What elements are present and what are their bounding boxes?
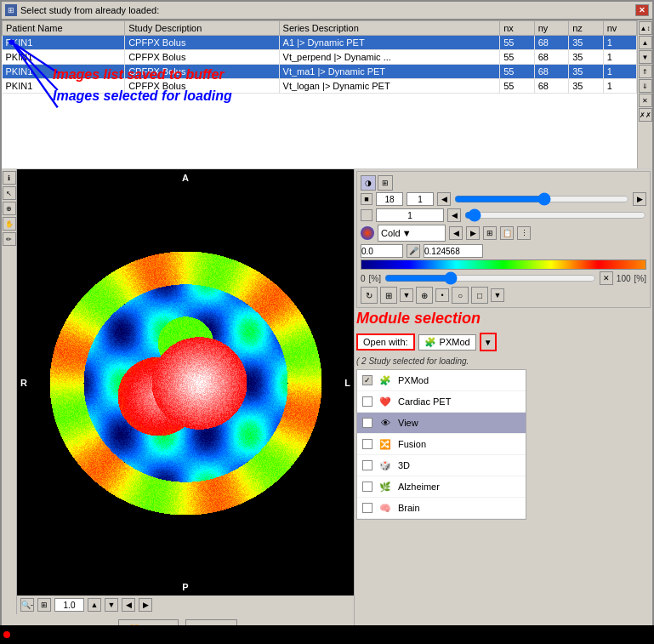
more-btn[interactable]: ▼ bbox=[400, 288, 413, 302]
col-ny: ny bbox=[534, 21, 568, 36]
frame-prev-btn[interactable]: ◀ bbox=[447, 208, 461, 222]
remove-btn[interactable]: ✕ bbox=[639, 94, 652, 107]
zoom-out-btn[interactable]: 🔍- bbox=[20, 598, 34, 612]
slice-next-btn[interactable]: ▶ bbox=[633, 192, 646, 206]
frame-val-input[interactable] bbox=[376, 208, 444, 222]
study-table: Patient Name Study Description Series De… bbox=[2, 20, 637, 94]
checkbox-alzheimer[interactable] bbox=[362, 482, 372, 492]
zoom-fit-btn[interactable]: ⊞ bbox=[37, 598, 51, 612]
colormap-gradient bbox=[361, 259, 646, 270]
checkbox-pxmod[interactable]: ✓ bbox=[362, 375, 372, 385]
grid2-btn[interactable]: ⊞ bbox=[380, 287, 397, 304]
pan-btn[interactable]: ✋ bbox=[3, 217, 16, 231]
cell-study: CPFPX Bolus bbox=[125, 79, 279, 94]
module-title: Module selection bbox=[356, 310, 651, 328]
table-row[interactable]: PKIN1CPFPX BolusA1 |> Dynamic PET5568351 bbox=[3, 36, 637, 50]
draw-btn[interactable]: ✏ bbox=[3, 232, 16, 246]
table-row[interactable]: PKIN1CPFPX BolusVt_logan |> Dynamic PET5… bbox=[3, 79, 637, 94]
colormap-opt1[interactable]: ⊞ bbox=[483, 226, 497, 240]
cell-patient: PKIN1 bbox=[3, 79, 125, 94]
next-frame-btn[interactable]: ▶ bbox=[139, 598, 152, 612]
grid-icon[interactable]: ⊞ bbox=[378, 175, 393, 191]
cursor-btn[interactable]: ↖ bbox=[3, 186, 16, 200]
cell-series: Vt_perpend |> Dynamic ... bbox=[279, 50, 500, 65]
sort-asc-btn[interactable]: ▲↕ bbox=[639, 21, 652, 35]
info-btn[interactable]: ℹ bbox=[3, 171, 16, 185]
menu-item-cardiac-pet[interactable]: ❤️Cardiac PET bbox=[357, 391, 526, 413]
zoom-input[interactable]: 1.0 bbox=[54, 598, 84, 612]
rect-btn[interactable]: □ bbox=[471, 287, 488, 304]
percent-min-label: 0 bbox=[361, 274, 366, 283]
table-row[interactable]: PKIN1CPFPX BolusVt_perpend |> Dynamic ..… bbox=[3, 50, 637, 65]
scroll-down-btn[interactable]: ▼ bbox=[639, 50, 652, 64]
module-icon-brain: 🧠 bbox=[378, 500, 393, 516]
pxmod-button[interactable]: 🧩 PXMod bbox=[418, 334, 476, 350]
lower-section: ℹ ↖ ⊕ ✋ ✏ A P R L 🔍- bbox=[2, 169, 652, 642]
frame-row: ◀ bbox=[361, 208, 646, 222]
frame-input[interactable]: 1 bbox=[407, 192, 434, 206]
colormap-opt2[interactable]: 📋 bbox=[500, 226, 514, 240]
zoom-btn[interactable]: ⊕ bbox=[3, 202, 16, 215]
zoom-down-btn[interactable]: ▼ bbox=[105, 598, 118, 612]
menu-item-view[interactable]: 👁View bbox=[357, 413, 526, 434]
checkbox-fusion[interactable] bbox=[362, 439, 372, 449]
move-top-btn[interactable]: ⇑ bbox=[639, 65, 652, 78]
colormap-name: Cold bbox=[381, 228, 401, 238]
label-left: R bbox=[20, 378, 27, 388]
scroll-up-btn[interactable]: ▲ bbox=[639, 36, 652, 49]
frame-slider[interactable] bbox=[464, 210, 646, 220]
percent-slider[interactable] bbox=[384, 273, 596, 283]
table-row[interactable]: PKIN1CPFPX BolusVt_ma1 |> Dynamic PET556… bbox=[3, 65, 637, 79]
pxmod-icon: 🧩 bbox=[424, 337, 436, 348]
colormap-next-btn[interactable]: ▶ bbox=[466, 226, 480, 240]
module-dropdown-btn[interactable]: ▼ bbox=[480, 333, 497, 351]
contrast-icon[interactable]: ◑ bbox=[361, 175, 376, 191]
status-indicator bbox=[3, 631, 10, 638]
label-bottom: P bbox=[182, 582, 188, 592]
dot-btn[interactable]: • bbox=[435, 288, 449, 302]
circle-btn[interactable]: ○ bbox=[452, 287, 469, 304]
label-right: L bbox=[344, 378, 350, 388]
remove-all-btn[interactable]: ✗✗ bbox=[639, 108, 652, 122]
cell-study: CPFPX Bolus bbox=[125, 36, 279, 50]
move-bottom-btn[interactable]: ⇓ bbox=[639, 79, 652, 93]
menu-item-3d[interactable]: 🎲3D bbox=[357, 455, 526, 476]
colormap-dropdown-arrow: ▼ bbox=[402, 228, 412, 238]
cell-nz: 35 bbox=[569, 65, 603, 79]
cell-ny: 68 bbox=[534, 36, 568, 50]
zoom-up-btn[interactable]: ▲ bbox=[88, 598, 101, 612]
menu-item-pxmod[interactable]: ✓🧩PXMod bbox=[357, 370, 526, 391]
module-section: Module selection Open with: 🧩 PXMod ▼ ( … bbox=[356, 310, 651, 641]
percent-clear-btn[interactable]: ✕ bbox=[600, 271, 613, 285]
col-study: Study Description bbox=[125, 21, 279, 36]
menu-item-fusion[interactable]: 🔀Fusion bbox=[357, 434, 526, 455]
cell-series: A1 |> Dynamic PET bbox=[279, 36, 500, 50]
rotate-btn[interactable]: ↻ bbox=[361, 287, 378, 304]
slice-input[interactable]: 18 bbox=[376, 192, 403, 206]
cell-nx: 55 bbox=[500, 79, 534, 94]
checkbox-brain[interactable] bbox=[362, 503, 372, 513]
colormap-opt3[interactable]: ⋮ bbox=[517, 226, 531, 240]
menu-item-brain[interactable]: 🧠Brain bbox=[357, 498, 526, 519]
more2-btn[interactable]: ▼ bbox=[491, 288, 504, 302]
prev-frame-btn[interactable]: ◀ bbox=[122, 598, 135, 612]
module-dropdown-menu: ✓🧩PXMod❤️Cardiac PET👁View🔀Fusion🎲3D🌿Alzh… bbox=[356, 369, 526, 520]
cell-nz: 35 bbox=[569, 50, 603, 65]
range-max-input[interactable]: 0.124568 bbox=[424, 244, 483, 258]
checkbox-cardiac-pet[interactable] bbox=[362, 396, 372, 407]
checkbox-3d[interactable] bbox=[362, 460, 372, 470]
slice-slider[interactable] bbox=[454, 194, 629, 204]
open-with-label: Open with: bbox=[356, 333, 415, 350]
module-icon-alzheimer: 🌿 bbox=[378, 479, 393, 494]
mic-btn[interactable]: 🎤 bbox=[407, 244, 420, 258]
range-row: 0.0 🎤 0.124568 bbox=[361, 244, 646, 258]
range-min-input[interactable]: 0.0 bbox=[361, 244, 403, 258]
menu-item-alzheimer[interactable]: 🌿Alzheimer bbox=[357, 476, 526, 498]
close-button[interactable]: ✕ bbox=[635, 4, 649, 16]
colormap-prev-btn[interactable]: ◀ bbox=[449, 226, 463, 240]
checkbox-view[interactable] bbox=[362, 418, 372, 428]
colormap-selector[interactable]: Cold ▼ bbox=[378, 225, 446, 242]
crosshair-btn[interactable]: ⊕ bbox=[416, 287, 433, 304]
slice-prev-btn[interactable]: ◀ bbox=[437, 192, 451, 206]
module-label-brain: Brain bbox=[398, 503, 420, 513]
